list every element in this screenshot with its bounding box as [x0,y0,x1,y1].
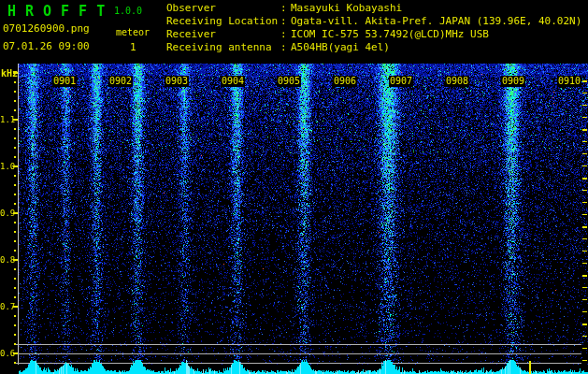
time-tick-label: 0907 [389,76,413,87]
freq-tick-label: 0.9 [0,209,13,218]
app-version: 1.0.0 [114,6,142,16]
info-value: ICOM IC-575 53.7492(@LCD)MHz USB [291,28,489,40]
info-label: Receiving antenna [166,41,280,54]
mode-label: meteor [116,27,150,37]
info-value: Masayuki Kobayashi [291,2,402,14]
info-label: Observer [166,2,280,15]
info-separator: : [280,41,291,54]
freq-tick-label: 0.6 [0,349,13,358]
freq-tick-label: 0.7 [0,302,13,311]
info-value: A504HB(yagi 4el) [291,41,390,53]
station-info-row: Receiver:ICOM IC-575 53.7492(@LCD)MHz US… [166,28,581,41]
time-tick-label: 0903 [165,76,189,87]
info-separator: : [280,15,291,28]
hrofft-screen: HROFFT 1.0.0 0701260900.png meteor 07.01… [0,0,588,374]
station-info-row: Receiving antenna:A504HB(yagi 4el) [166,41,581,54]
time-tick-label: 0901 [52,76,77,87]
freq-tick-label: 1.1 [0,115,13,124]
time-tick-label: 0910 [557,76,581,87]
spectrogram-canvas [0,0,588,374]
time-tick-label: 0908 [445,76,469,87]
station-info: Observer:Masayuki KobayashiReceiving Loc… [166,2,581,54]
time-tick-label: 0904 [221,76,245,87]
count: 1 [130,41,136,53]
freq-unit-label: kHz [1,68,18,79]
filename: 0701260900.png [3,22,90,35]
time-tick-label: 0906 [333,76,357,87]
freq-tick-label: 1.0 [0,162,13,171]
info-value: Ogata-vill. Akita-Pref. JAPAN (139.96E, … [291,15,581,27]
app-title: HROFFT [7,3,114,20]
info-separator: : [280,28,291,41]
station-info-row: Observer:Masayuki Kobayashi [166,2,581,15]
time-tick-label: 0905 [277,76,301,87]
time-tick-label: 0909 [501,76,525,87]
datetime: 07.01.26 09:00 [3,40,90,52]
info-separator: : [280,2,291,15]
freq-tick-label: 0.8 [0,255,13,265]
info-label: Receiving Location [166,15,280,28]
station-info-row: Receiving Location:Ogata-vill. Akita-Pre… [166,15,581,28]
info-label: Receiver [166,28,280,41]
time-tick-label: 0902 [108,76,133,87]
